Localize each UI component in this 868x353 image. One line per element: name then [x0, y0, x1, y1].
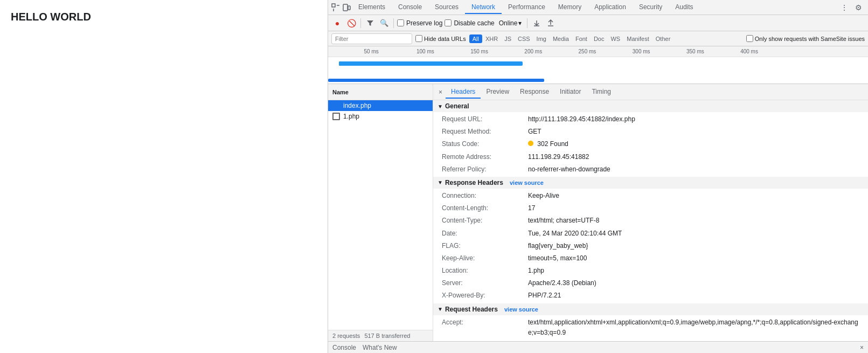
more-options-icon[interactable]: ⋮ [839, 2, 850, 13]
row-referrer-policy: Referrer Policy: no-referrer-when-downgr… [433, 163, 868, 176]
detail-sub-tabs: × Headers Preview Response Initiator Tim… [433, 84, 868, 100]
request-headers-view-source[interactable]: view source [504, 306, 538, 313]
row-status-code: Status Code: 302 Found [433, 138, 868, 150]
network-throttle-select[interactable]: Online ▾ [497, 19, 524, 27]
svg-rect-4 [348, 6, 350, 10]
bottom-close-icon[interactable]: × [860, 344, 864, 351]
filter-js-button[interactable]: JS [501, 34, 515, 43]
samesite-checkbox[interactable] [746, 35, 753, 42]
toolbar-separator-2 [393, 18, 394, 28]
record-button[interactable]: ● [331, 17, 343, 29]
tab-performance[interactable]: Performance [502, 1, 552, 14]
inspect-icon[interactable] [330, 2, 341, 13]
filter-input[interactable] [331, 33, 412, 44]
file-item-1-php[interactable]: 1.php [328, 111, 433, 122]
samesite-filter-label[interactable]: Only show requests with SameSite issues [746, 35, 865, 42]
filter-other-button[interactable]: Other [652, 34, 674, 43]
export-har-button[interactable] [545, 17, 557, 29]
preserve-log-checkbox[interactable] [397, 19, 404, 26]
devtools-right-icons: ⋮ ⚙ [839, 2, 866, 13]
filter-all-button[interactable]: All [469, 34, 482, 43]
row-server: Server: Apache/2.4.38 (Debian) [433, 277, 868, 289]
row-content-length: Content-Length: 17 [433, 202, 868, 214]
sub-tab-timing[interactable]: Timing [586, 86, 616, 99]
tab-elements[interactable]: Elements [352, 1, 392, 14]
file-list-spacer [328, 122, 433, 330]
row-accept: Accept: text/html,application/xhtml+xml,… [433, 316, 868, 339]
timeline-bars [328, 57, 868, 84]
filter-xhr-button[interactable]: XHR [482, 34, 501, 43]
detail-panel: × Headers Preview Response Initiator Tim… [433, 84, 868, 341]
sub-tab-preview[interactable]: Preview [481, 86, 515, 99]
file-icon-index [332, 102, 340, 109]
filter-font-button[interactable]: Font [572, 34, 591, 43]
filter-type-buttons: All XHR JS CSS Img Media Font Doc WS Man… [469, 34, 674, 43]
filter-ws-button[interactable]: WS [607, 34, 623, 43]
device-icon[interactable] [341, 2, 352, 13]
tab-sources[interactable]: Sources [428, 1, 465, 14]
ruler-mark-350ms: 350 ms [686, 49, 704, 54]
disable-cache-checkbox[interactable] [445, 19, 452, 26]
status-dot [528, 141, 533, 146]
tab-application[interactable]: Application [588, 1, 633, 14]
request-headers-section-body: Accept: text/html,application/xhtml+xml,… [433, 315, 868, 340]
tab-network[interactable]: Network [465, 1, 502, 14]
page-content: HELLO WORLD [0, 0, 328, 353]
row-date: Date: Tue, 24 Mar 2020 02:10:44 GMT [433, 227, 868, 240]
settings-icon[interactable]: ⚙ [853, 2, 864, 13]
file-list-footer: 2 requests 517 B transferred [328, 330, 433, 341]
file-icon-1 [332, 113, 340, 120]
page-title: HELLO WORLD [11, 11, 91, 23]
svg-rect-3 [343, 4, 348, 11]
toolbar-separator-1 [360, 18, 361, 28]
request-headers-arrow: ▼ [438, 306, 443, 312]
hide-data-urls-checkbox[interactable] [415, 35, 422, 42]
devtools-tab-bar: Elements Console Sources Network Perform… [328, 0, 868, 15]
filter-css-button[interactable]: CSS [515, 34, 533, 43]
hide-data-urls-label[interactable]: Hide data URLs [415, 35, 466, 42]
request-headers-section-header[interactable]: ▼ Request Headers view source [433, 303, 868, 315]
filter-icon[interactable] [364, 17, 376, 29]
response-headers-view-source[interactable]: view source [510, 179, 544, 186]
detail-content: ▼ General Request URL: http://111.198.29… [433, 100, 868, 341]
bottom-whats-new-tab[interactable]: What's New [363, 343, 397, 352]
file-item-index-php[interactable]: index.php [328, 100, 433, 111]
import-har-button[interactable] [531, 17, 543, 29]
row-location: Location: 1.php [433, 265, 868, 277]
tab-audits[interactable]: Audits [669, 1, 699, 14]
ruler-mark-250ms: 250 ms [579, 49, 596, 54]
timeline-bar-request [339, 61, 523, 66]
row-connection: Connection: Keep-Alive [433, 190, 868, 202]
sub-tab-initiator[interactable]: Initiator [554, 86, 586, 99]
ruler-mark-300ms: 300 ms [633, 49, 650, 54]
filter-img-button[interactable]: Img [533, 34, 550, 43]
filter-manifest-button[interactable]: Manifest [623, 34, 652, 43]
sub-tab-headers[interactable]: Headers [446, 86, 481, 99]
response-headers-arrow: ▼ [438, 179, 443, 185]
response-headers-section-header[interactable]: ▼ Response Headers view source [433, 177, 868, 189]
filter-media-button[interactable]: Media [550, 34, 572, 43]
tab-memory[interactable]: Memory [552, 1, 588, 14]
row-remote-address: Remote Address: 111.198.29.45:41882 [433, 151, 868, 163]
tab-console[interactable]: Console [392, 1, 428, 14]
tab-security[interactable]: Security [633, 1, 669, 14]
network-toolbar: ● 🚫 🔍 Preserve log Disable cache Online … [328, 15, 868, 31]
main-area: Name index.php 1.php 2 requests 517 B tr… [328, 84, 868, 341]
toolbar-separator-3 [527, 18, 527, 28]
devtools-panel: Elements Console Sources Network Perform… [328, 0, 868, 353]
close-detail-button[interactable]: × [435, 86, 446, 98]
general-section-body: Request URL: http://111.198.29.45:41882/… [433, 112, 868, 177]
filter-doc-button[interactable]: Doc [591, 34, 608, 43]
file-list: Name index.php 1.php 2 requests 517 B tr… [328, 84, 433, 341]
bottom-console-tab[interactable]: Console [332, 343, 356, 352]
search-icon[interactable]: 🔍 [378, 17, 390, 29]
clear-button[interactable]: 🚫 [345, 17, 357, 29]
preserve-log-label[interactable]: Preserve log [397, 19, 442, 27]
file-list-header: Name [328, 84, 433, 100]
general-section-header[interactable]: ▼ General [433, 100, 868, 112]
disable-cache-label[interactable]: Disable cache [445, 19, 494, 27]
filter-bar: Hide data URLs All XHR JS CSS Img Media … [328, 31, 868, 46]
sub-tab-response[interactable]: Response [515, 86, 554, 99]
row-request-method: Request Method: GET [433, 126, 868, 138]
row-flag: FLAG: flag{very_baby_web} [433, 240, 868, 252]
